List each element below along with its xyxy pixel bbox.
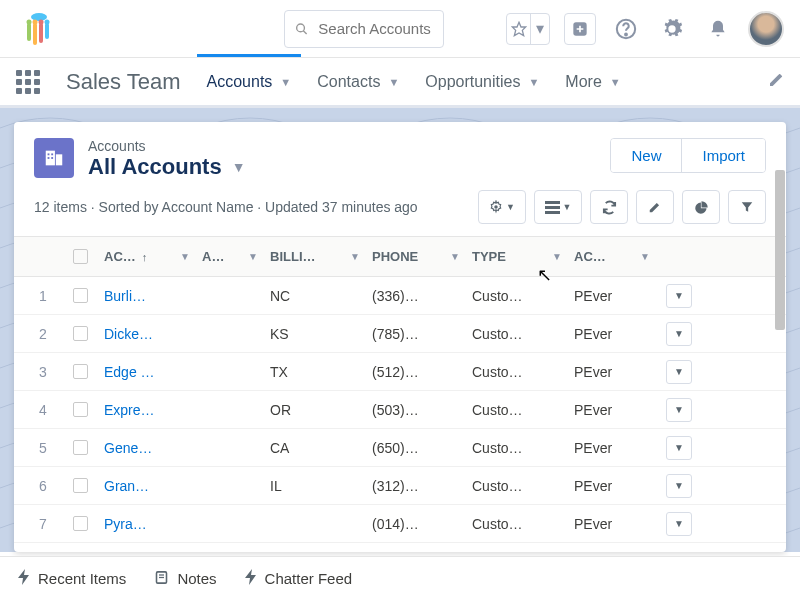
account-link[interactable]: Burli… — [104, 288, 146, 304]
chatter-feed-button[interactable]: Chatter Feed — [245, 569, 353, 588]
chevron-down-icon[interactable]: ▼ — [640, 251, 650, 262]
scrollbar[interactable] — [775, 236, 785, 552]
cell-owner: PEver — [568, 288, 656, 304]
notifications-button[interactable] — [702, 13, 734, 45]
row-actions-button[interactable]: ▼ — [666, 398, 692, 422]
header-actions: New Import — [610, 138, 766, 173]
cell-type: Custo… — [466, 516, 568, 532]
row-checkbox[interactable] — [73, 364, 88, 379]
svg-rect-15 — [46, 151, 55, 166]
row-select[interactable] — [62, 516, 98, 531]
plus-icon — [572, 21, 588, 37]
col-type[interactable]: TYPE▼ — [466, 249, 568, 264]
row-select[interactable] — [62, 364, 98, 379]
import-button[interactable]: Import — [682, 139, 765, 172]
data-table: AC…↑▼ A…▼ BILLI…▼ PHONE▼ TYPE▼ AC…▼ 1Bur… — [14, 236, 786, 552]
col-owner[interactable]: AC…▼ — [568, 249, 656, 264]
row-checkbox[interactable] — [73, 402, 88, 417]
search-input[interactable] — [318, 20, 433, 37]
row-checkbox[interactable] — [73, 516, 88, 531]
chevron-down-icon[interactable]: ▼ — [350, 251, 360, 262]
row-actions-button[interactable]: ▼ — [666, 512, 692, 536]
edit-list-button[interactable] — [636, 190, 674, 224]
account-link[interactable]: Expre… — [104, 402, 155, 418]
col-label: TYPE — [472, 249, 506, 264]
cell-phone: (503)… — [366, 402, 466, 418]
filter-button[interactable] — [728, 190, 766, 224]
object-label: Accounts — [88, 138, 246, 154]
col-extra[interactable]: A…▼ — [196, 249, 264, 264]
select-all-checkbox[interactable] — [73, 249, 88, 264]
chevron-down-icon[interactable]: ▼ — [180, 251, 190, 262]
global-search[interactable] — [284, 10, 444, 48]
setup-button[interactable] — [656, 13, 688, 45]
row-actions-button[interactable]: ▼ — [666, 436, 692, 460]
recent-items-button[interactable]: Recent Items — [18, 569, 126, 588]
cell-owner: PEver — [568, 440, 656, 456]
row-select[interactable] — [62, 478, 98, 493]
bell-icon — [708, 19, 728, 39]
add-button[interactable] — [564, 13, 596, 45]
row-number: 1 — [24, 288, 62, 304]
tab-contacts[interactable]: Contacts▼ — [317, 57, 399, 107]
list-controls-button[interactable]: ▼ — [478, 190, 526, 224]
row-checkbox[interactable] — [73, 478, 88, 493]
cell-billing: CA — [264, 440, 366, 456]
account-link[interactable]: Gran… — [104, 478, 149, 494]
row-select[interactable] — [62, 440, 98, 455]
edit-nav-button[interactable] — [768, 72, 784, 92]
tab-label: More — [565, 73, 601, 91]
cell-actions: ▼ — [656, 322, 702, 346]
refresh-button[interactable] — [590, 190, 628, 224]
row-checkbox[interactable] — [73, 440, 88, 455]
col-label: AC… — [104, 249, 136, 264]
row-actions-button[interactable]: ▼ — [666, 322, 692, 346]
list-view-title[interactable]: All Accounts▼ — [88, 154, 246, 180]
row-checkbox[interactable] — [73, 326, 88, 341]
account-link[interactable]: Pyra… — [104, 516, 147, 532]
account-link[interactable]: Gene… — [104, 440, 152, 456]
col-account-name[interactable]: AC…↑▼ — [98, 249, 196, 264]
new-button[interactable]: New — [611, 139, 682, 172]
help-button[interactable] — [610, 13, 642, 45]
row-select[interactable] — [62, 288, 98, 303]
display-toggle-button[interactable]: ▼ — [534, 190, 582, 224]
chevron-down-icon[interactable]: ▾ — [531, 14, 549, 44]
col-billing[interactable]: BILLI…▼ — [264, 249, 366, 264]
pencil-icon — [648, 200, 662, 214]
chevron-down-icon[interactable]: ▼ — [552, 251, 562, 262]
tab-accounts[interactable]: Accounts▼ — [207, 57, 292, 107]
chevron-down-icon[interactable]: ▼ — [450, 251, 460, 262]
chevron-down-icon[interactable]: ▼ — [610, 76, 621, 88]
row-actions-button[interactable]: ▼ — [666, 474, 692, 498]
svg-rect-16 — [56, 154, 62, 165]
col-select-all[interactable] — [62, 249, 98, 264]
chevron-down-icon[interactable]: ▼ — [248, 251, 258, 262]
row-actions-button[interactable]: ▼ — [666, 360, 692, 384]
col-phone[interactable]: PHONE▼ — [366, 249, 466, 264]
chevron-down-icon[interactable]: ▼ — [280, 76, 291, 88]
pie-chart-icon — [694, 200, 709, 215]
app-logo — [16, 9, 62, 49]
star-icon[interactable] — [507, 14, 531, 44]
account-link[interactable]: Edge … — [104, 364, 155, 380]
chart-button[interactable] — [682, 190, 720, 224]
notes-button[interactable]: Notes — [154, 570, 216, 588]
svg-rect-2 — [33, 23, 37, 45]
chevron-down-icon[interactable]: ▼ — [528, 76, 539, 88]
user-avatar[interactable] — [748, 11, 784, 47]
chevron-down-icon[interactable]: ▼ — [388, 76, 399, 88]
chevron-down-icon[interactable]: ▼ — [232, 159, 246, 175]
sort-asc-icon: ↑ — [142, 251, 148, 263]
app-launcher-icon[interactable] — [16, 70, 40, 94]
account-link[interactable]: Dicke… — [104, 326, 153, 342]
favorites-split-button[interactable]: ▾ — [506, 13, 550, 45]
row-actions-button[interactable]: ▼ — [666, 284, 692, 308]
scrollbar-thumb[interactable] — [775, 236, 785, 330]
row-select[interactable] — [62, 402, 98, 417]
svg-point-6 — [33, 19, 38, 24]
row-checkbox[interactable] — [73, 288, 88, 303]
tab-more[interactable]: More▼ — [565, 57, 620, 107]
row-select[interactable] — [62, 326, 98, 341]
tab-opportunities[interactable]: Opportunities▼ — [425, 57, 539, 107]
